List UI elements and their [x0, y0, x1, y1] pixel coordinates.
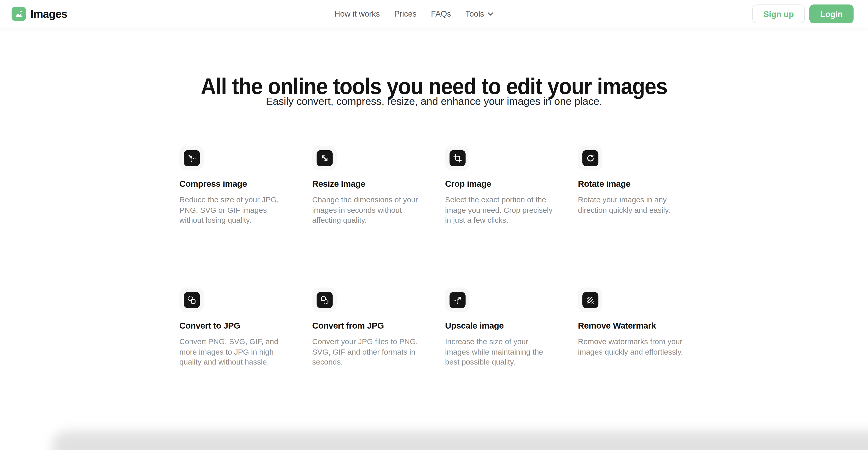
resize-icon — [312, 146, 337, 170]
tool-title: Remove Watermark — [578, 321, 690, 331]
tools-grid: Compress image Reduce the size of your J… — [179, 146, 690, 429]
tool-description: Reduce the size of your JPG, PNG, SVG or… — [179, 195, 288, 226]
convert-to-jpg-icon — [179, 287, 204, 312]
tool-title: Crop image — [445, 179, 557, 189]
tool-description: Change the dimensions of your images in … — [312, 195, 421, 226]
rotate-icon — [578, 146, 602, 170]
tool-title: Compress image — [179, 179, 291, 189]
tool-title: Resize Image — [312, 179, 424, 189]
tool-card-rotate-image[interactable]: Rotate image Rotate your images in any d… — [578, 146, 690, 287]
tool-title: Convert to JPG — [179, 321, 291, 331]
tool-description: Remove watermarks from your images quick… — [578, 337, 687, 358]
main-nav: How it works Prices FAQs Tools — [334, 0, 493, 28]
tool-description: Rotate your images in any direction quic… — [578, 195, 687, 216]
nav-prices[interactable]: Prices — [394, 9, 417, 18]
sign-up-button[interactable]: Sign up — [752, 4, 805, 23]
tool-description: Select the exact portion of the image yo… — [445, 195, 554, 226]
tool-card-crop-image[interactable]: Crop image Select the exact portion of t… — [445, 146, 557, 287]
tool-card-convert-from-jpg[interactable]: Convert from JPG Convert your JPG files … — [312, 287, 424, 429]
tool-card-resize-image[interactable]: Resize Image Change the dimensions of yo… — [312, 146, 424, 287]
tool-title: Upscale image — [445, 321, 557, 331]
tool-title: Rotate image — [578, 179, 690, 189]
nav-tools-dropdown[interactable]: Tools — [465, 9, 493, 18]
tool-card-convert-to-jpg[interactable]: Convert to JPG Convert PNG, SVG, GIF, an… — [179, 287, 291, 429]
login-button[interactable]: Login — [809, 4, 854, 23]
tool-description: Increase the size of your images while m… — [445, 337, 554, 368]
crop-icon — [445, 146, 469, 170]
tool-card-upscale-image[interactable]: Upscale image Increase the size of your … — [445, 287, 557, 429]
brand-name: Images — [30, 7, 67, 20]
remove-watermark-icon — [578, 287, 602, 312]
nav-tools-label: Tools — [465, 9, 484, 18]
tool-description: Convert PNG, SVG, GIF, and more images t… — [179, 337, 288, 368]
next-section-shadow — [53, 431, 868, 450]
tool-title: Convert from JPG — [312, 321, 424, 331]
page-subtitle: Easily convert, compress, resize, and en… — [0, 95, 868, 108]
tool-card-compress-image[interactable]: Compress image Reduce the size of your J… — [179, 146, 291, 287]
images-logo-icon — [12, 7, 26, 21]
brand-logo[interactable]: Images — [12, 7, 67, 21]
convert-from-jpg-icon — [312, 287, 337, 312]
top-navigation-bar: Images How it works Prices FAQs Tools Si… — [0, 0, 868, 28]
auth-buttons: Sign up Login — [752, 4, 854, 23]
nav-faqs[interactable]: FAQs — [431, 9, 451, 18]
chevron-down-icon — [488, 12, 493, 16]
tool-card-remove-watermark[interactable]: Remove Watermark Remove watermarks from … — [578, 287, 690, 429]
nav-how-it-works[interactable]: How it works — [334, 9, 380, 18]
compress-icon — [179, 146, 204, 170]
tool-description: Convert your JPG files to PNG, SVG, GIF … — [312, 337, 421, 368]
upscale-icon — [445, 287, 469, 312]
